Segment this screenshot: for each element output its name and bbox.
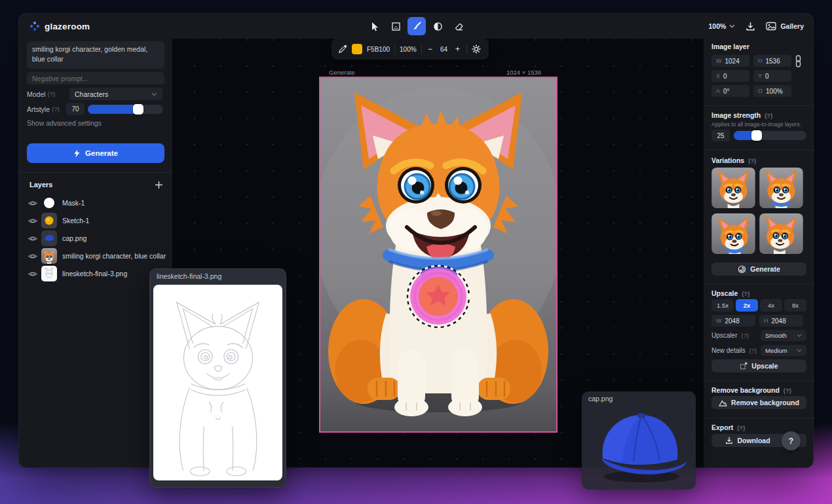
upscale-hint: (?) [742, 290, 749, 297]
upscale-button[interactable]: Upscale [711, 359, 806, 372]
brush-size-decrease-button[interactable]: − [426, 45, 434, 54]
help-button[interactable]: ? [782, 431, 801, 450]
prompt-input[interactable]: smiling korgi character, golden medal, b… [27, 41, 164, 69]
linesketch-window-title: linesketch-final-3.png [157, 272, 221, 280]
model-row: Model (?) Characters [27, 88, 164, 100]
layer-thumbnail-sketch [41, 213, 57, 228]
field-label: H [758, 58, 763, 64]
layer-row-mask[interactable]: Mask-1 [19, 194, 172, 211]
image-strength-label: Image strength [711, 111, 761, 119]
linesketch-window[interactable]: linesketch-final-3.png [149, 268, 286, 488]
variation-thumbnail-2[interactable] [759, 168, 803, 208]
field-value: 1024 [725, 58, 740, 65]
opacity-field[interactable]: O 100% [753, 85, 791, 97]
export-hint: (?) [737, 424, 745, 431]
x-field[interactable]: X 0 [711, 70, 749, 82]
eye-icon[interactable] [28, 217, 37, 225]
zoom-control[interactable]: 100% [709, 22, 736, 30]
layer-row-sketch[interactable]: Sketch-1 [19, 212, 172, 229]
upscaler-label: Upscaler (?) [711, 332, 749, 339]
upscaler-dropdown[interactable]: Smooth [761, 330, 806, 341]
upscale-option-8x[interactable]: 8x [784, 299, 806, 312]
artstyle-value-field[interactable]: 70 [66, 103, 85, 115]
upscale-label: Upscale [711, 289, 738, 297]
color-hex[interactable]: F5B100 [367, 46, 390, 53]
upscale-width-field[interactable]: W 2048 [711, 315, 755, 327]
model-value: Characters [75, 90, 108, 98]
new-details-label: New details (?) [711, 347, 757, 354]
layer-label: Mask-1 [62, 199, 168, 207]
cap-image [586, 405, 692, 487]
remove-background-button[interactable]: Remove background [711, 396, 806, 409]
brush-size-increase-button[interactable]: + [454, 45, 462, 54]
upscaler-label-text: Upscaler [711, 332, 737, 339]
upscale-option-4x[interactable]: 4x [760, 299, 782, 312]
negative-prompt-input[interactable] [27, 72, 164, 84]
gear-icon[interactable] [472, 45, 481, 54]
gallery-icon [766, 22, 776, 31]
eyedropper-icon[interactable] [338, 45, 347, 54]
generated-image[interactable] [319, 77, 558, 433]
width-field[interactable]: W 1024 [711, 55, 749, 67]
new-details-dropdown[interactable]: Medium [761, 345, 806, 356]
upscale-button-label: Upscale [751, 362, 778, 370]
advanced-settings-link[interactable]: Show advanced settings [27, 119, 102, 127]
image-strength-slider[interactable] [734, 131, 806, 140]
layer-row-cap[interactable]: cap.png [19, 230, 172, 247]
eye-icon[interactable] [28, 200, 37, 207]
variation-thumbnail-3[interactable] [711, 213, 755, 254]
eye-icon[interactable] [28, 235, 37, 242]
eraser-tool-button[interactable] [449, 17, 468, 35]
select-tool-button[interactable] [387, 17, 405, 35]
eye-icon[interactable] [28, 270, 37, 278]
model-hint: (?) [48, 90, 56, 98]
layers-header: Layers [29, 179, 163, 190]
cap-window[interactable]: cap.png [582, 391, 696, 490]
add-layer-button[interactable] [155, 181, 163, 189]
variations-generate-button[interactable]: Generate [711, 262, 806, 276]
height-field[interactable]: H 1536 [753, 55, 791, 67]
model-dropdown[interactable]: Characters [69, 88, 162, 100]
mountain-icon [719, 399, 727, 406]
color-swatch[interactable] [352, 44, 362, 54]
generate-button[interactable]: Generate [27, 143, 164, 163]
field-label: A [716, 88, 720, 94]
new-details-value: Medium [765, 347, 787, 354]
select-icon [391, 22, 401, 31]
download-icon[interactable] [746, 22, 755, 31]
brush-size-value[interactable]: 64 [439, 46, 449, 53]
canvas-dimensions: 1024 × 1536 [506, 69, 541, 76]
new-details-label-text: New details [711, 347, 746, 354]
image-strength-value-field[interactable]: 25 [711, 130, 730, 141]
eye-icon[interactable] [28, 253, 37, 260]
field-label: O [758, 88, 763, 94]
artstyle-slider-thumb[interactable] [133, 104, 143, 115]
upscale-option-1-5x[interactable]: 1.5x [711, 299, 734, 312]
variations-generate-label: Generate [750, 265, 780, 273]
brush-tool-button[interactable] [407, 17, 426, 35]
field-label: H [764, 317, 768, 324]
angle-field[interactable]: A 0° [711, 85, 749, 97]
layer-row-korgi[interactable]: smiling korgi character, blue collar [19, 247, 172, 264]
y-field[interactable]: Y 0 [753, 70, 791, 82]
variation-thumbnail-1[interactable] [711, 168, 755, 208]
image-strength-slider-thumb[interactable] [751, 130, 762, 141]
lightning-icon [73, 149, 81, 158]
layer-thumbnail-korgi [41, 248, 57, 264]
upscale-option-2x[interactable]: 2x [736, 299, 758, 312]
gallery-button[interactable]: Gallery [766, 22, 804, 31]
cursor-tool-button[interactable] [366, 17, 384, 35]
brush-opacity[interactable]: 100% [400, 46, 417, 53]
variation-thumbnail-4[interactable] [759, 213, 803, 254]
artstyle-slider[interactable] [88, 105, 163, 114]
swirl-icon [738, 265, 746, 274]
link-dimensions-icon[interactable] [795, 55, 802, 67]
field-label: Y [758, 73, 762, 79]
canvas-label: Generate [329, 69, 355, 76]
contrast-tool-button[interactable] [428, 17, 447, 35]
linesketch-canvas[interactable] [153, 285, 282, 480]
layer-label: smiling korgi character, blue collar [62, 252, 168, 260]
plus-icon [155, 181, 163, 189]
upscale-height-field[interactable]: H 2048 [759, 315, 803, 327]
export-label: Export [711, 423, 733, 431]
